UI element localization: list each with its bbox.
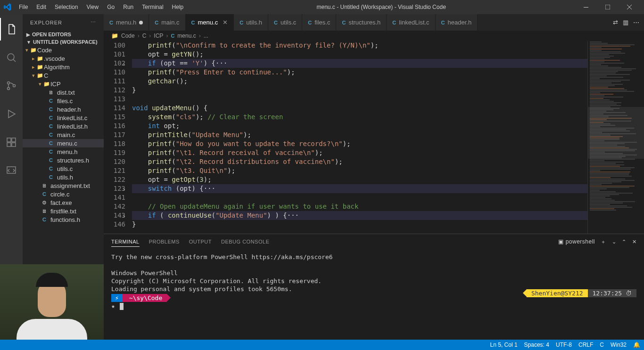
tab-debug-console[interactable]: DEBUG CONSOLE	[221, 237, 269, 246]
sb-eol[interactable]: CRLF	[578, 342, 593, 348]
sb-encoding[interactable]: UTF-8	[556, 342, 572, 348]
editor-tab[interactable]: Cmenu.h	[104, 14, 149, 31]
tab-label: structures.h	[348, 19, 380, 26]
status-bar: Ln 5, Col 1 Spaces: 4 UTF-8 CRLF C Win32…	[0, 340, 644, 350]
editor-tab[interactable]: ClinkedList.c	[387, 14, 435, 31]
terminal-prompt: ⚡ ~\sy\Code ShenYien@SY212 12:37:25 ⏱	[111, 294, 636, 302]
tree-file[interactable]: Ccircle.c	[23, 190, 104, 198]
tree-file[interactable]: Cutils.c	[23, 164, 104, 173]
tree-file[interactable]: Cutils.h	[23, 173, 104, 181]
more-actions-icon[interactable]: ⋯	[91, 19, 96, 25]
code-content[interactable]: printf("\nConfirm to create the inventor…	[132, 41, 587, 234]
editor-tab[interactable]: Cmain.c	[149, 14, 185, 31]
extensions-icon[interactable]	[0, 131, 23, 154]
svg-rect-6	[7, 138, 11, 142]
c-file-icon: C	[308, 20, 312, 25]
tree-item-label: linkedList.h	[57, 123, 88, 130]
split-editor-icon[interactable]: ▥	[623, 19, 628, 26]
explorer-title: EXPLORER	[30, 20, 62, 25]
tab-output[interactable]: OUTPUT	[189, 237, 212, 246]
breadcrumb[interactable]: 📁 Code› C› ICP› C menu.c› ...	[104, 31, 644, 41]
tab-problems[interactable]: PROBLEMS	[149, 237, 180, 246]
menu-edit[interactable]: Edit	[33, 2, 50, 12]
close-panel-icon[interactable]: ✕	[632, 239, 637, 245]
menu-terminal[interactable]: Terminal	[138, 2, 167, 12]
c-file-icon: C	[47, 114, 55, 122]
tree-folder[interactable]: ▾ 📁Code	[23, 46, 104, 54]
menu-go[interactable]: Go	[103, 2, 118, 12]
tree-file[interactable]: 🗎dist.txt	[23, 88, 104, 97]
maximize-button[interactable]	[597, 0, 619, 14]
split-terminal-icon[interactable]: ⌄	[612, 239, 617, 245]
menu-view[interactable]: View	[83, 2, 102, 12]
terminal-content[interactable]: Try the new cross-platform PowerShell ht…	[104, 249, 644, 340]
tree-item-label: main.c	[57, 131, 75, 138]
sb-cursor-pos[interactable]: Ln 5, Col 1	[490, 342, 518, 348]
sb-language[interactable]: C	[600, 342, 604, 348]
editor-tab[interactable]: Cstructures.h	[336, 14, 387, 31]
code-editor[interactable]: 100101102›110111112113114115116117118119…	[104, 41, 644, 234]
open-editors-section[interactable]: ▶ OPEN EDITORS	[23, 31, 104, 38]
tree-item-label: ICP	[50, 81, 61, 88]
tree-file[interactable]: 🗎assignment.txt	[23, 181, 104, 190]
tree-file[interactable]: Cfunctions.h	[23, 215, 104, 224]
tree-item-label: C	[44, 72, 48, 79]
tree-file[interactable]: Cfiles.c	[23, 97, 104, 105]
folder-open-icon: ▾ 📁	[27, 46, 35, 54]
tree-file[interactable]: Cmain.c	[23, 130, 104, 139]
minimap[interactable]	[587, 41, 644, 234]
source-control-icon[interactable]	[0, 74, 23, 97]
remote-icon[interactable]	[0, 159, 23, 182]
c-file-icon: C	[47, 122, 55, 130]
editor-tab[interactable]: Cfiles.c	[302, 14, 336, 31]
sb-indentation[interactable]: Spaces: 4	[524, 342, 549, 348]
run-debug-icon[interactable]	[0, 103, 23, 125]
tree-item-label: firstfile.txt	[50, 208, 76, 215]
editor-tab[interactable]: Cutils.h	[234, 14, 268, 31]
tree-folder[interactable]: ▾ 📁C	[23, 71, 104, 80]
folder-icon: ▸ 📁	[34, 63, 41, 71]
tree-folder[interactable]: ▾ 📁ICP	[23, 80, 104, 88]
tree-file[interactable]: Cheader.h	[23, 105, 104, 114]
close-button[interactable]	[619, 0, 640, 14]
new-terminal-icon[interactable]: ＋	[601, 238, 606, 245]
search-icon[interactable]	[0, 46, 23, 69]
terminal-cursor-line[interactable]: ★	[111, 302, 636, 310]
tree-file[interactable]: Cstructures.h	[23, 156, 104, 164]
tree-item-label: Code	[37, 47, 52, 54]
workspace-section[interactable]: ▼ UNTITLED (WORKSPACE)	[23, 38, 104, 46]
tree-file[interactable]: Cmenu.h	[23, 147, 104, 156]
sb-notifications-icon[interactable]: 🔔	[633, 342, 640, 348]
menu-run[interactable]: Run	[119, 2, 137, 12]
menu-file[interactable]: File	[15, 2, 32, 12]
c-file-icon: C	[47, 139, 55, 147]
tree-item-label: dist.txt	[57, 89, 75, 96]
compare-changes-icon[interactable]: ⇄	[613, 19, 618, 26]
menu-help[interactable]: Help	[168, 2, 188, 12]
tree-file[interactable]: 🗎firstfile.txt	[23, 207, 104, 215]
more-actions-icon[interactable]: ⋯	[633, 19, 639, 26]
tree-file[interactable]: Cmenu.c	[23, 139, 104, 147]
shell-selector[interactable]: ▣ powershell	[558, 238, 595, 245]
tree-folder[interactable]: ▸ 📁.vscode	[23, 54, 104, 63]
minimize-button[interactable]	[575, 0, 597, 14]
editor-tab[interactable]: Cmenu.c✕	[186, 14, 234, 31]
tree-file[interactable]: ⚙fact.exe	[23, 198, 104, 207]
editor-tab[interactable]: Cheader.h	[436, 14, 478, 31]
sb-platform[interactable]: Win32	[611, 342, 627, 348]
menu-selection[interactable]: Selection	[51, 2, 82, 12]
menu-bar: File Edit Selection View Go Run Terminal…	[15, 2, 187, 12]
tree-file[interactable]: ClinkedList.c	[23, 114, 104, 122]
c-file-icon: C	[47, 148, 55, 155]
tree-file[interactable]: ClinkedList.h	[23, 122, 104, 130]
close-tab-icon[interactable]: ✕	[221, 19, 228, 26]
tree-folder[interactable]: ▸ 📁Algorithm	[23, 63, 104, 71]
terminal-icon: ▣	[558, 238, 564, 245]
tree-item-label: Algorithm	[44, 64, 70, 71]
exe-file-icon: ⚙	[41, 199, 48, 206]
maximize-panel-icon[interactable]: ⌃	[622, 239, 627, 245]
tab-terminal[interactable]: TERMINAL	[111, 237, 140, 247]
editor-tab[interactable]: Cutils.c	[268, 14, 302, 31]
explorer-header: EXPLORER ⋯	[23, 14, 104, 31]
explorer-icon[interactable]	[0, 18, 23, 41]
